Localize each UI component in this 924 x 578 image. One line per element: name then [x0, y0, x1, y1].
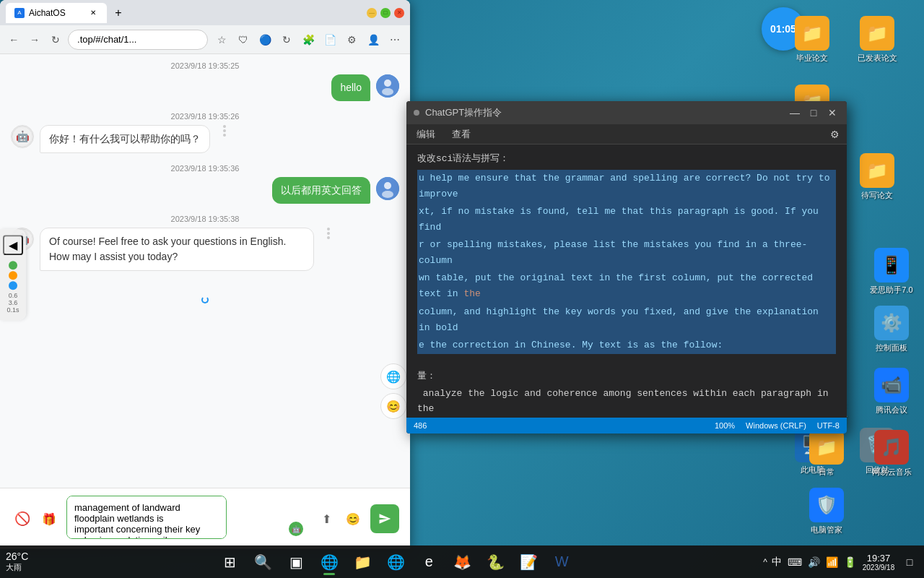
- chrome-icon: 🌐: [387, 553, 405, 571]
- minimize-button[interactable]: —: [367, 8, 377, 18]
- extensions-icon[interactable]: 🧩: [299, 30, 318, 49]
- vpn-icon[interactable]: 🔵: [256, 30, 274, 49]
- taskbar-notepad-button[interactable]: 📝: [513, 548, 544, 577]
- icon-label: 电脑管家: [811, 525, 842, 535]
- aisi-icon: 📱: [874, 248, 909, 282]
- orange-dot-indicator: [9, 271, 17, 280]
- taskbar-clock[interactable]: 19:37 2023/9/18: [860, 553, 897, 571]
- green-dot-indicator: [9, 261, 17, 269]
- menu-view[interactable]: 查看: [449, 126, 474, 142]
- chat-input-field[interactable]: management of landward floodplain wetlan…: [66, 496, 227, 539]
- maximize-button[interactable]: □: [380, 8, 391, 18]
- prompt-window: ChatGPT操作指令 — □ ✕ 编辑 查看 ⚙ 改改sci语法与拼写： u …: [406, 101, 847, 434]
- svg-text:🤖: 🤖: [16, 130, 30, 143]
- new-tab-button[interactable]: +: [110, 4, 127, 22]
- more-menu-icon[interactable]: ⋯: [385, 30, 404, 49]
- taskbar-taskview-button[interactable]: ▣: [281, 548, 311, 577]
- sidebar-collapse-button[interactable]: ◀: [3, 235, 23, 255]
- status-line: 486: [414, 421, 427, 430]
- upload-icon[interactable]: ⬆: [315, 507, 338, 530]
- icon-label: 爱思助手7.0: [870, 285, 912, 295]
- pcmanager-icon: 🛡️: [809, 488, 844, 522]
- message-group-2: 2023/9/18 19:35:26 🤖 你好！有什么我可以帮助你的吗？: [11, 112, 399, 153]
- prompt-dot: [414, 110, 419, 116]
- shield-icon[interactable]: 🛡: [234, 30, 253, 49]
- option-dot: [327, 228, 330, 230]
- taskbar-explorer-button[interactable]: 📁: [347, 548, 378, 577]
- send-button[interactable]: [370, 504, 399, 533]
- taskbar-word-button[interactable]: W: [546, 548, 577, 577]
- translate-action-button[interactable]: 🌐: [380, 363, 406, 389]
- browser-titlebar: A AichatOS ✕ + — □ ✕: [0, 0, 410, 25]
- search-icon: 🔍: [254, 553, 272, 571]
- ime-icon[interactable]: 中: [772, 556, 782, 569]
- bot-icon-in-textbox: 🤖: [289, 522, 303, 536]
- taskbar-chrome-button[interactable]: 🌐: [380, 548, 411, 577]
- emoji-icon[interactable]: 😊: [341, 507, 365, 530]
- message-group-1: 2023/9/18 19:35:25 hello: [11, 61, 399, 101]
- emoji-action-button[interactable]: 😊: [380, 393, 406, 419]
- desktop-icon-netease-music[interactable]: 🎵 网易云音乐: [866, 426, 917, 480]
- desktop-icon-pending[interactable]: 📁 待写论文: [852, 144, 902, 210]
- taskbar-search-button[interactable]: 🔍: [248, 548, 278, 577]
- word-icon: W: [555, 553, 569, 570]
- keyboard-icon[interactable]: ⌨: [788, 556, 802, 568]
- forward-button[interactable]: →: [27, 30, 43, 49]
- message-time-1: 2023/9/18 19:35:25: [11, 61, 399, 70]
- desktop-icon-thesis[interactable]: 📁 毕业论文: [787, 7, 837, 72]
- desktop-icon-daily[interactable]: 📁 日常: [801, 426, 852, 480]
- taskbar-edge2-button[interactable]: e: [414, 548, 444, 577]
- quantity-text: analyze the logic and coherence among se…: [417, 387, 836, 418]
- taskbar-date: 2023/9/18: [863, 564, 895, 571]
- no-entry-icon[interactable]: 🚫: [11, 507, 34, 530]
- bookmark-star-icon[interactable]: ☆: [212, 30, 231, 49]
- settings-gear-icon[interactable]: ⚙: [830, 129, 840, 140]
- menu-edit[interactable]: 编辑: [414, 126, 438, 142]
- profile-icon[interactable]: 👤: [364, 30, 383, 49]
- address-bar[interactable]: [68, 30, 208, 50]
- prompt-statusbar: 486 100% Windows (CRLF) UTF-8: [406, 418, 847, 434]
- chat-content[interactable]: 2023/9/18 19:35:25 hello 2023/9/18 19:35…: [0, 54, 410, 488]
- prompt-window-controls: — □ ✕: [788, 105, 840, 120]
- option-dot: [223, 134, 226, 137]
- folder-icon: 📁: [860, 153, 894, 188]
- chat-input-area: 🚫 🎁 management of landward floodplain we…: [0, 488, 410, 549]
- tray-expand-button[interactable]: ^: [763, 557, 767, 567]
- svg-point-7: [382, 191, 393, 198]
- notification-center-button[interactable]: □: [901, 553, 918, 571]
- desktop-icon-controlpanel[interactable]: ⚙️ 控制面板: [866, 302, 917, 356]
- toolbar-icons: ☆ 🛡 🔵 ↻ 🧩 📄 ⚙ 👤 ⋯: [212, 30, 404, 49]
- prompt-close-button[interactable]: ✕: [825, 105, 840, 120]
- taskbar-system-tray: ^ 中 ⌨ 🔊 📶 🔋 19:37 2023/9/18 □: [763, 553, 918, 571]
- window-controls: — □ ✕: [367, 8, 404, 18]
- gift-icon[interactable]: 🎁: [38, 507, 61, 530]
- tab-close-button[interactable]: ✕: [88, 8, 98, 18]
- back-button[interactable]: ←: [6, 30, 22, 49]
- taskbar-app5-button[interactable]: 🐍: [480, 548, 510, 577]
- desktop-icon-aisi[interactable]: 📱 爱思助手7.0: [866, 244, 917, 298]
- reader-icon[interactable]: 📄: [321, 30, 339, 49]
- translate-icon[interactable]: ⚙: [342, 30, 361, 49]
- taskbar-start-button[interactable]: ⊞: [214, 548, 245, 577]
- desktop-icon-pcmanager[interactable]: 🛡️ 电脑管家: [801, 484, 852, 538]
- highlighted-text-line2: xt, if no mistake is found, tell me that…: [417, 203, 836, 236]
- desktop-icon-label: 已发表论文: [858, 53, 897, 63]
- explorer-icon: 📁: [354, 553, 372, 571]
- close-button[interactable]: ✕: [394, 8, 404, 18]
- refresh-icon[interactable]: ↻: [277, 30, 296, 49]
- desktop-icon-tencentmeet[interactable]: 📹 腾讯会议: [866, 361, 917, 423]
- volume-icon[interactable]: 🔊: [808, 556, 820, 568]
- prompt-minimize-button[interactable]: —: [788, 105, 802, 120]
- reload-button[interactable]: ↻: [47, 30, 64, 49]
- desktop-icon-published[interactable]: 📁 已发表论文: [852, 7, 902, 72]
- svg-point-1: [384, 79, 391, 87]
- system-icons: 中 ⌨ 🔊 📶 🔋: [772, 556, 856, 569]
- taskbar-edge-button[interactable]: 🌐: [314, 548, 344, 577]
- user-avatar-2: [376, 177, 399, 200]
- browser-tab-aichatos[interactable]: A AichatOS ✕: [6, 3, 107, 23]
- battery-icon[interactable]: 🔋: [844, 556, 856, 568]
- prompt-maximize-button[interactable]: □: [806, 105, 821, 120]
- wifi-icon[interactable]: 📶: [826, 556, 838, 568]
- prompt-content[interactable]: 改改sci语法与拼写： u help me ensure that the gr…: [406, 144, 847, 418]
- taskbar-browser3-button[interactable]: 🦊: [447, 548, 477, 577]
